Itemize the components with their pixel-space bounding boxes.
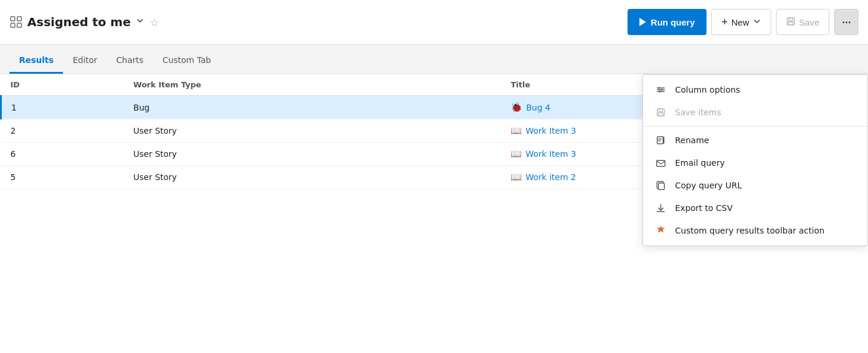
svg-rect-18 [658, 183, 664, 190]
new-dropdown-menu: Column optionsSave itemsRenameEmail quer… [642, 74, 868, 246]
col-id: ID [1, 74, 124, 96]
new-button[interactable]: + New [711, 9, 771, 35]
rename-icon [655, 135, 667, 146]
main-content: ID Work Item Type Title 1Bug🐞Bug 42User … [0, 74, 868, 353]
user-story-icon: 📖 [511, 149, 522, 159]
page-title: Assigned to me [27, 15, 131, 29]
user-story-icon: 📖 [511, 172, 522, 182]
cell-work-item-type: Bug [124, 96, 502, 119]
dropdown-item-email-query[interactable]: Email query [643, 152, 867, 174]
more-options-button[interactable]: ⋯ [834, 9, 859, 35]
cell-id: 6 [1, 143, 124, 166]
new-chevron-icon [753, 17, 761, 27]
header-left: Assigned to me ☆ [9, 15, 620, 29]
tab-custom-tab[interactable]: Custom Tab [153, 48, 221, 74]
save-button[interactable]: Save [776, 9, 829, 35]
svg-point-8 [661, 89, 663, 91]
svg-rect-14 [663, 137, 664, 144]
svg-rect-1 [17, 17, 21, 21]
dropdown-item-copy-url[interactable]: Copy query URL [643, 174, 867, 197]
header-actions: Run query + New Save ⋯ [628, 9, 859, 35]
svg-rect-13 [657, 137, 663, 144]
svg-point-9 [659, 91, 661, 93]
svg-rect-0 [11, 17, 15, 21]
dropdown-item-rename[interactable]: Rename [643, 129, 867, 152]
cell-id: 5 [1, 166, 124, 189]
tab-bar: Results Editor Charts Custom Tab [0, 45, 868, 74]
cell-id: 1 [1, 96, 124, 119]
custom-action-label: Custom query results toolbar action [675, 226, 825, 235]
play-icon [639, 18, 646, 26]
svg-rect-17 [657, 160, 665, 166]
export-csv-label: Export to CSV [675, 203, 733, 213]
svg-point-7 [658, 87, 660, 89]
custom-action-icon [655, 225, 667, 236]
tab-editor[interactable]: Editor [63, 48, 106, 74]
column-options-icon [655, 84, 667, 95]
save-items-icon [655, 107, 667, 118]
tab-results[interactable]: Results [9, 48, 63, 74]
export-csv-icon [655, 203, 667, 213]
save-icon [786, 17, 796, 28]
rename-label: Rename [675, 135, 709, 145]
run-query-button[interactable]: Run query [628, 9, 707, 35]
tab-charts[interactable]: Charts [107, 48, 153, 74]
svg-rect-3 [17, 23, 21, 27]
dropdown-item-custom-action[interactable]: Custom query results toolbar action [643, 219, 867, 242]
ellipsis-icon: ⋯ [842, 17, 851, 27]
cell-work-item-type: User Story [124, 143, 502, 166]
new-label: New [731, 17, 749, 27]
copy-url-label: Copy query URL [675, 181, 742, 190]
cell-work-item-type: User Story [124, 119, 502, 143]
header: Assigned to me ☆ Run query + New Save ⋯ [0, 0, 868, 45]
run-query-label: Run query [651, 17, 695, 27]
user-story-icon: 📖 [511, 125, 522, 136]
column-options-label: Column options [675, 85, 740, 94]
email-query-icon [655, 157, 667, 168]
grid-icon [9, 15, 23, 29]
email-query-label: Email query [675, 158, 725, 168]
chevron-down-icon[interactable] [135, 16, 145, 28]
svg-rect-2 [11, 23, 15, 27]
dropdown-divider [643, 126, 867, 127]
dropdown-item-column-options[interactable]: Column options [643, 78, 867, 101]
plus-icon: + [721, 16, 728, 29]
copy-url-icon [655, 180, 667, 191]
bug-icon: 🐞 [511, 102, 522, 113]
dropdown-item-export-csv[interactable]: Export to CSV [643, 197, 867, 219]
cell-work-item-type: User Story [124, 166, 502, 189]
col-work-item-type: Work Item Type [124, 74, 502, 96]
save-label: Save [799, 17, 819, 27]
favorite-star-icon[interactable]: ☆ [150, 16, 159, 29]
save-items-label: Save items [675, 108, 721, 117]
cell-id: 2 [1, 119, 124, 143]
dropdown-item-save-items: Save items [643, 101, 867, 124]
